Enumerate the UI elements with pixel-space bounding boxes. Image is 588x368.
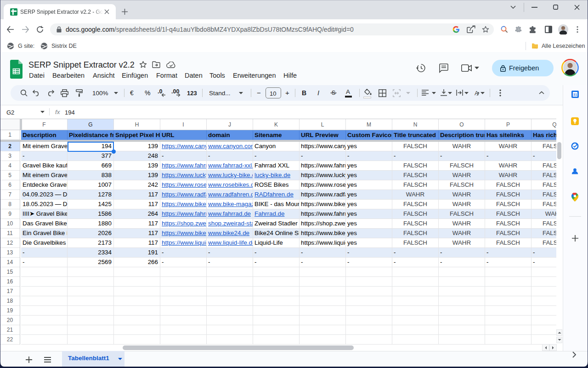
svg-text:31: 31 bbox=[573, 92, 577, 97]
svg-text:A: A bbox=[475, 90, 479, 97]
